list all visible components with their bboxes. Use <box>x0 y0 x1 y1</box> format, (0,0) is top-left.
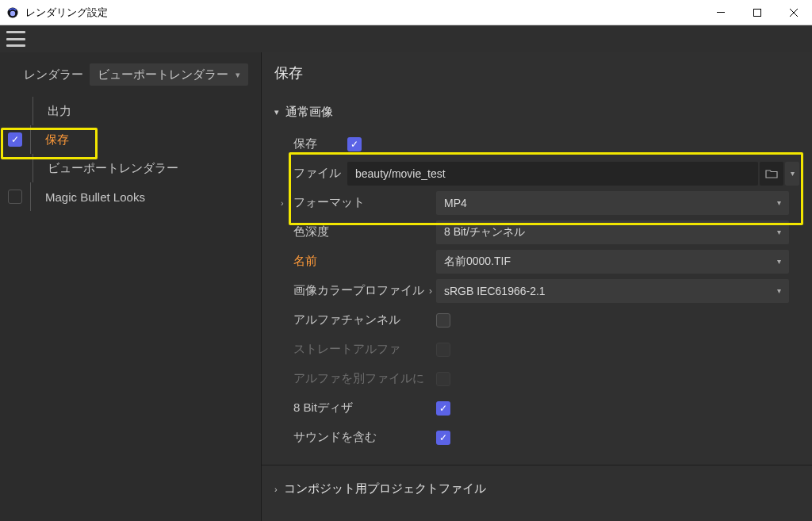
file-path-input[interactable]: beauty/movie_test <box>347 162 758 186</box>
app-icon <box>6 6 19 19</box>
svg-point-1 <box>10 10 15 15</box>
tree-item-checkbox[interactable]: ✓ <box>8 132 22 147</box>
tree-item-output[interactable]: 出力 <box>0 97 261 125</box>
tree-item-viewport-renderer[interactable]: ビューポートレンダラー <box>0 154 261 182</box>
name-label: 名前 <box>293 254 436 269</box>
format-value: MP4 <box>444 197 777 209</box>
color-profile-label: 画像カラープロファイル › <box>293 283 436 298</box>
depth-label: 色深度 <box>293 224 436 239</box>
chevron-down-icon: ▾ <box>777 228 781 236</box>
tree-item-label: 保存 <box>45 132 69 147</box>
settings-tree: 出力 ✓ 保存 ビューポートレンダラー Magic Bullet Looks <box>0 94 261 214</box>
name-select[interactable]: 名前0000.TIF ▾ <box>436 250 789 274</box>
window-title: レンダリング設定 <box>25 6 703 20</box>
window-close-button[interactable] <box>776 0 812 25</box>
section-header-regular-image[interactable]: ▾ 通常画像 <box>273 100 799 129</box>
color-profile-select[interactable]: sRGB IEC61966-2.1 ▾ <box>436 279 789 303</box>
tree-item-save[interactable]: ✓ 保存 <box>0 125 261 154</box>
panel-title: 保存 <box>273 63 799 82</box>
renderer-select[interactable]: ビューポートレンダラー ▾ <box>90 63 248 86</box>
chevron-down-icon: ▾ <box>777 257 781 266</box>
straight-alpha-checkbox <box>436 343 450 357</box>
format-label: › フォーマット <box>293 195 436 210</box>
depth-select[interactable]: 8 Bit/チャンネル ▾ <box>436 220 789 244</box>
chevron-right-icon: › <box>274 485 278 494</box>
tree-item-checkbox[interactable] <box>8 190 22 204</box>
chevron-right-icon: › <box>429 285 432 297</box>
svg-rect-2 <box>717 12 725 13</box>
section-header-label: コンポジット用プロジェクトファイル <box>284 481 486 496</box>
section-header-label: 通常画像 <box>285 105 333 120</box>
settings-panel: 保存 ▾ 通常画像 保存 ✓ ファイル beauty/movie_test <box>262 52 812 521</box>
menu-icon[interactable] <box>6 31 25 47</box>
svg-rect-3 <box>754 9 761 16</box>
alpha-separate-checkbox <box>436 372 450 386</box>
chevron-down-icon: ▾ <box>236 70 240 80</box>
section-header-composite[interactable]: › コンポジット用プロジェクトファイル <box>273 477 812 506</box>
include-sound-checkbox[interactable]: ✓ <box>436 431 450 445</box>
tree-item-magic-bullet[interactable]: Magic Bullet Looks <box>0 182 261 211</box>
alpha-channel-checkbox[interactable] <box>436 313 450 328</box>
chevron-right-icon: › <box>281 198 292 208</box>
format-select[interactable]: MP4 ▾ <box>436 191 789 215</box>
file-label: ファイル <box>293 166 347 181</box>
name-value: 名前0000.TIF <box>444 255 777 269</box>
dither-checkbox[interactable]: ✓ <box>436 401 450 416</box>
file-options-button[interactable]: ▾ <box>785 162 799 186</box>
save-checkbox[interactable]: ✓ <box>347 137 362 151</box>
save-label: 保存 <box>293 136 347 151</box>
chevron-down-icon: ▾ <box>777 198 781 207</box>
window-minimize-button[interactable] <box>703 0 739 25</box>
straight-alpha-label: ストレートアルファ <box>293 342 436 357</box>
alpha-channel-label: アルファチャンネル <box>293 312 436 328</box>
depth-value: 8 Bit/チャンネル <box>444 225 777 239</box>
include-sound-label: サウンドを含む <box>293 430 436 445</box>
renderer-label: レンダラー <box>24 67 83 82</box>
file-path-value: beauty/movie_test <box>355 167 446 180</box>
sidebar: レンダラー ビューポートレンダラー ▾ 出力 ✓ 保存 ビューポートレンダラー <box>0 52 262 521</box>
toolbar <box>0 25 812 52</box>
window-titlebar: レンダリング設定 <box>0 0 812 25</box>
tree-item-label: Magic Bullet Looks <box>45 190 145 204</box>
window-maximize-button[interactable] <box>739 0 776 25</box>
color-profile-value: sRGB IEC61966-2.1 <box>444 285 777 297</box>
chevron-down-icon: ▾ <box>777 286 781 295</box>
chevron-down-icon: ▾ <box>274 107 279 117</box>
renderer-select-value: ビューポートレンダラー <box>98 67 228 82</box>
dither-label: 8 Bitディザ <box>293 400 436 416</box>
tree-item-label: 出力 <box>48 104 71 119</box>
alpha-separate-label: アルファを別ファイルに <box>293 371 436 386</box>
browse-folder-button[interactable] <box>760 162 783 186</box>
tree-item-label: ビューポートレンダラー <box>48 161 178 176</box>
